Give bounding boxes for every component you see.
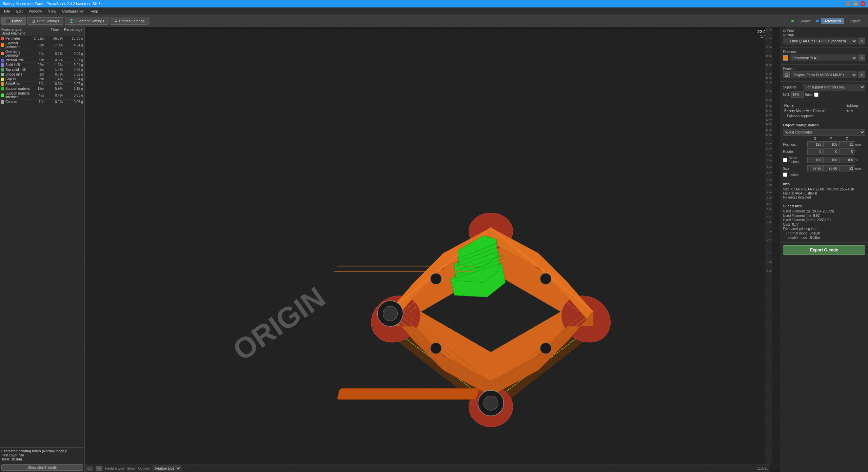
feature-color-swatch bbox=[1, 59, 4, 62]
infill-label: Infill: bbox=[783, 93, 790, 97]
sliced-title: Sliced Info bbox=[783, 204, 865, 208]
printer-edit-btn[interactable]: ✎ bbox=[859, 71, 865, 78]
filament-dropdown[interactable]: Prusament PLA 1 bbox=[790, 55, 857, 61]
size-x-input[interactable] bbox=[807, 165, 823, 171]
eye-icon[interactable]: 👁 bbox=[846, 109, 850, 113]
feature-table-row: Top solid infill 3m 1.4% 0.36 g bbox=[0, 67, 84, 72]
tab-print-label: Print Settings bbox=[37, 19, 59, 23]
viewport[interactable]: ORIGIN bbox=[85, 27, 780, 472]
menu-configuration[interactable]: Configuration bbox=[59, 8, 87, 14]
rotate-z-input[interactable] bbox=[839, 148, 854, 155]
tab-print-settings[interactable]: 🖨 Print Settings bbox=[27, 17, 63, 25]
scale-y-input[interactable] bbox=[823, 157, 839, 163]
info-section: Info Size: 87.66 x 96.66 x 22.00 Volume:… bbox=[780, 180, 868, 202]
size-unit: mm bbox=[855, 167, 865, 170]
mode-simple-btn[interactable]: Simple bbox=[796, 18, 814, 24]
position-unit: mm bbox=[855, 143, 865, 146]
filament-edit-btn[interactable]: ✎ bbox=[859, 55, 865, 61]
ft-col-time: Time bbox=[39, 28, 59, 32]
supports-dropdown[interactable]: For support enforcers only bbox=[803, 84, 865, 90]
supports-label: Supports: bbox=[783, 85, 802, 89]
minimize-btn[interactable]: ─ bbox=[846, 1, 850, 6]
menu-help[interactable]: Help bbox=[88, 8, 101, 14]
tab-filament-settings[interactable]: 🧵 Filament Settings bbox=[65, 17, 108, 25]
feature-fil: 18.68 g bbox=[63, 37, 84, 40]
inches-checkbox[interactable] bbox=[783, 172, 787, 177]
feature-pct: 0.3% bbox=[45, 82, 63, 86]
menubar: File Edit Window View Configuration Help bbox=[0, 7, 868, 15]
feature-name: Custom bbox=[5, 100, 31, 104]
inches-label: inches bbox=[789, 173, 798, 177]
menu-edit[interactable]: Edit bbox=[14, 8, 25, 14]
ruler-4-41: 4.41 bbox=[767, 216, 772, 218]
print-settings-dropdown[interactable]: 0.20mm QUALITY PLA FLEX (modified) bbox=[783, 38, 857, 44]
menu-window[interactable]: Window bbox=[26, 8, 45, 14]
feature-table-row: Solid infill 22m 11.3% 3.01 g bbox=[0, 63, 84, 67]
tab-plater[interactable]: ⬛ Plater bbox=[1, 17, 26, 25]
edit-icon[interactable]: ✎ bbox=[851, 109, 853, 113]
brim-checkbox[interactable] bbox=[814, 93, 818, 97]
ruler-10-40: 10.40 bbox=[766, 142, 772, 145]
feature-name: External perimeter bbox=[5, 41, 31, 49]
close-btn[interactable]: ✕ bbox=[861, 1, 865, 6]
cost-row: Cost 0.77 bbox=[783, 223, 865, 226]
tab-printer-settings[interactable]: ⚙ Printer Settings bbox=[110, 17, 149, 25]
feature-table-row: Support material interface 49s 0.4% 0.03… bbox=[0, 91, 84, 100]
mode-advanced-btn[interactable]: Advanced bbox=[821, 18, 844, 24]
options-label[interactable]: Options bbox=[138, 467, 150, 470]
ruler-1-44: 1.44 bbox=[767, 251, 772, 254]
viewport-bottom-bar: □ ≡ Feature type Show Options Feature ty… bbox=[85, 465, 770, 472]
feature-fil: 0.34 g bbox=[63, 77, 84, 81]
feature-pct: 1.4% bbox=[45, 68, 63, 71]
mode-expert-btn[interactable]: Expert bbox=[846, 18, 864, 24]
facets-info-row: Facets: 4454 (5 shells) bbox=[783, 191, 865, 195]
ruler-19: 19.00 bbox=[766, 55, 772, 57]
volume-info-value: 25574.18 bbox=[840, 187, 854, 191]
rotate-y-input[interactable] bbox=[823, 148, 839, 155]
size-z-input[interactable] bbox=[839, 165, 854, 171]
left-panel: Feature type Time Percentage Used Filame… bbox=[0, 27, 85, 472]
filament-m-label: Used Filament (m) bbox=[783, 214, 811, 218]
stealth-mode-row: - stealth mode 3h18m bbox=[783, 236, 865, 240]
feature-pct: 1.4% bbox=[45, 77, 63, 81]
printer-dropdown[interactable]: Original Prusa i3 MK3S & MK3S+ bbox=[791, 71, 857, 78]
position-z-input[interactable] bbox=[839, 141, 854, 147]
plater-icon: ⬛ bbox=[6, 19, 11, 23]
ruler-12: 12.00 bbox=[766, 123, 772, 125]
export-gcode-button[interactable]: Export G-code bbox=[783, 245, 865, 255]
menu-view[interactable]: View bbox=[45, 8, 59, 14]
paint-on-supports-row: Paint-on supports bbox=[783, 114, 865, 119]
filament-g-value: 29.59 (230.59) bbox=[812, 209, 834, 213]
position-x-input[interactable] bbox=[807, 141, 823, 147]
svg-point-38 bbox=[431, 273, 441, 284]
maximize-btn[interactable]: □ bbox=[853, 1, 858, 6]
inches-row: inches bbox=[783, 172, 865, 177]
stealth-mode-button[interactable]: Show stealth mode bbox=[1, 464, 83, 471]
show-label: Show bbox=[127, 467, 135, 470]
view-2d-btn[interactable]: □ bbox=[86, 466, 93, 471]
filament-mm3-value: 23863.61 bbox=[817, 218, 831, 222]
feature-time: 9m bbox=[31, 58, 45, 62]
rotate-x-input[interactable] bbox=[807, 148, 823, 155]
position-y-input[interactable] bbox=[823, 141, 839, 147]
print-settings-edit-btn[interactable]: ✎ bbox=[859, 38, 865, 44]
feature-color-swatch bbox=[1, 78, 4, 81]
coord-display: 110823 bbox=[757, 467, 768, 470]
menu-file[interactable]: File bbox=[1, 8, 13, 14]
est-time-label-row: Estimated printing time: bbox=[783, 227, 865, 231]
feature-type-dropdown[interactable]: Feature type bbox=[153, 466, 181, 471]
name-col-header: Name bbox=[783, 103, 845, 108]
feature-table: Feature type Time Percentage Used Filame… bbox=[0, 27, 84, 447]
feature-color-swatch bbox=[1, 100, 4, 104]
size-y-input[interactable] bbox=[823, 165, 839, 171]
scale-z-input[interactable] bbox=[839, 157, 854, 163]
ft-col-fil: Used Filament bbox=[1, 32, 25, 35]
world-coords-dropdown[interactable]: World coordinates bbox=[783, 129, 865, 136]
printer-icon: 🖨 bbox=[783, 71, 790, 78]
feature-name: Internal infill bbox=[5, 58, 31, 62]
scale-lock-checkbox[interactable] bbox=[783, 158, 787, 162]
filament-color-swatch[interactable] bbox=[783, 55, 788, 61]
scale-x-input[interactable] bbox=[807, 157, 823, 163]
view-3d-btn[interactable]: ≡ bbox=[96, 466, 102, 471]
infill-input[interactable] bbox=[791, 91, 804, 98]
